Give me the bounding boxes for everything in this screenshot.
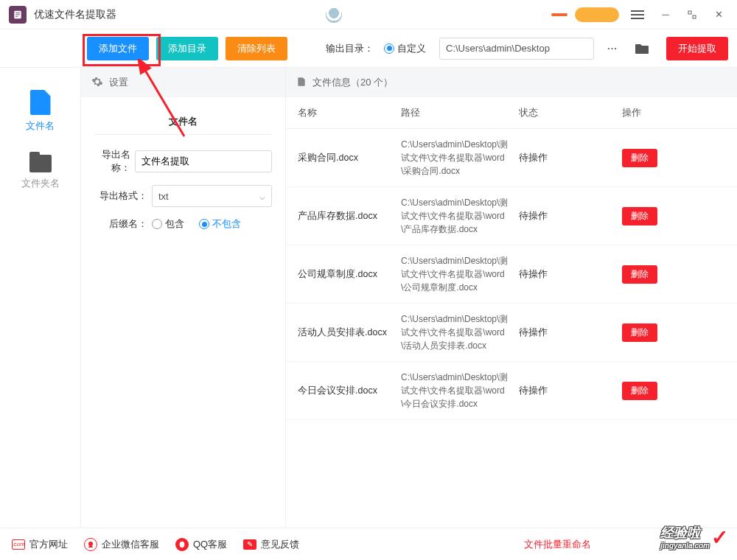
cell-name: 公司规章制度.docx [298, 268, 401, 281]
footer-official-site[interactable]: .com 官方网址 [12, 538, 68, 551]
document-icon [296, 77, 307, 89]
browse-folder-button[interactable] [631, 38, 653, 60]
footer: .com 官方网址 企业微信客服 QQ客服 ✎ 意见反馈 文件批量重命名 [0, 528, 737, 560]
add-file-button[interactable]: 添加文件 [87, 37, 149, 60]
cell-path: C:\Users\admin\Desktop\测试文件\文件名提取器\word\… [401, 254, 519, 294]
footer-label: 意见反馈 [261, 538, 299, 551]
svg-rect-4 [688, 11, 691, 14]
more-button[interactable]: ··· [601, 38, 624, 60]
footer-qq-support[interactable]: QQ客服 [175, 538, 227, 551]
cell-action: 删除 [622, 207, 696, 225]
suffix-exclude-label: 不包含 [212, 217, 241, 231]
table-row: 今日会议安排.docxC:\Users\admin\Desktop\测试文件\文… [286, 362, 737, 420]
sidebar-item-label: 文件名 [26, 119, 55, 133]
gear-icon [91, 76, 103, 90]
accent-bar-icon [551, 13, 567, 16]
export-format-select[interactable]: txt ⌵ [152, 185, 272, 207]
close-button[interactable]: ✕ [709, 5, 728, 24]
svg-rect-3 [15, 15, 18, 16]
add-dir-button[interactable]: 添加目录 [156, 37, 218, 60]
svg-point-8 [180, 541, 185, 547]
suffix-include-radio[interactable]: 包含 [152, 217, 184, 231]
sidebar: 文件名 文件夹名 [0, 68, 81, 528]
table-row: 公司规章制度.docxC:\Users\admin\Desktop\测试文件\文… [286, 245, 737, 304]
sidebar-item-label: 文件夹名 [21, 177, 60, 190]
file-icon [30, 90, 51, 115]
table-body[interactable]: 采购合同.docxC:\Users\admin\Desktop\测试文件\文件名… [286, 129, 737, 528]
toolbar: 添加文件 添加目录 清除列表 输出目录： 自定义 ··· 开始提取 [0, 29, 737, 68]
svg-rect-2 [15, 14, 20, 15]
footer-batch-rename-link[interactable]: 文件批量重命名 [524, 538, 591, 551]
output-dir-radio-custom[interactable]: 自定义 [384, 42, 426, 55]
content-area: 设置 文件名 导出名称： 导出格式： txt ⌵ 后缀名： [81, 68, 737, 528]
output-path-input[interactable] [439, 38, 594, 60]
folder-icon [29, 155, 52, 172]
cell-status: 待操作 [519, 152, 622, 164]
sidebar-item-foldername[interactable]: 文件夹名 [0, 146, 80, 203]
cell-action: 删除 [622, 149, 696, 167]
export-name-input[interactable] [135, 150, 272, 172]
app-title: 优速文件名提取器 [34, 8, 116, 21]
svg-rect-1 [15, 13, 20, 13]
radio-custom-label: 自定义 [397, 42, 426, 55]
table-row: 采购合同.docxC:\Users\admin\Desktop\测试文件\文件名… [286, 129, 737, 187]
cell-status: 待操作 [519, 326, 622, 339]
cell-path: C:\Users\admin\Desktop\测试文件\文件名提取器\word\… [401, 371, 519, 410]
table-header: 名称 路径 状态 操作 [286, 97, 737, 129]
delete-button[interactable]: 删除 [622, 207, 657, 225]
settings-panel: 设置 文件名 导出名称： 导出格式： txt ⌵ 后缀名： [81, 68, 286, 528]
accent-pill-icon [575, 7, 619, 22]
start-extract-button[interactable]: 开始提取 [666, 37, 728, 60]
main-area: 文件名 文件夹名 设置 文件名 导出名称： 导出格式： [0, 68, 737, 528]
cell-path: C:\Users\admin\Desktop\测试文件\文件名提取器\word\… [401, 138, 519, 178]
output-dir-label: 输出目录： [326, 42, 374, 55]
wechat-icon [84, 538, 97, 551]
suffix-include-label: 包含 [165, 217, 184, 231]
file-info-header: 文件信息（20 个） [286, 68, 737, 97]
cell-name: 活动人员安排表.docx [298, 326, 401, 339]
title-center [116, 7, 551, 23]
cell-status: 待操作 [519, 210, 622, 223]
menu-icon[interactable] [631, 10, 644, 19]
radio-checked-icon [384, 43, 394, 54]
delete-button[interactable]: 删除 [622, 265, 657, 284]
footer-label: 企业微信客服 [102, 538, 159, 551]
cell-name: 产品库存数据.docx [298, 210, 401, 223]
app-icon [9, 6, 27, 24]
radio-unchecked-icon [152, 219, 162, 229]
suffix-exclude-radio[interactable]: 不包含 [199, 217, 241, 231]
radio-checked-icon [199, 219, 209, 229]
center-logo-icon [326, 7, 342, 23]
svg-point-7 [88, 542, 93, 546]
export-name-label: 导出名称： [94, 148, 130, 175]
cell-name: 采购合同.docx [298, 152, 401, 164]
cell-action: 删除 [622, 323, 696, 342]
export-format-value: txt [158, 191, 169, 202]
settings-header: 设置 [81, 68, 285, 97]
footer-wechat-support[interactable]: 企业微信客服 [84, 538, 159, 551]
qq-icon [175, 538, 189, 551]
sidebar-item-filename[interactable]: 文件名 [0, 81, 80, 146]
table-row: 产品库存数据.docxC:\Users\admin\Desktop\测试文件\文… [286, 187, 737, 245]
feedback-icon: ✎ [243, 539, 256, 550]
chevron-down-icon: ⌵ [259, 191, 265, 202]
settings-title: 设置 [109, 76, 128, 89]
cell-path: C:\Users\admin\Desktop\测试文件\文件名提取器\word\… [401, 312, 519, 352]
cell-status: 待操作 [519, 268, 622, 281]
maximize-button[interactable] [682, 5, 702, 24]
table-row: 活动人员安排表.docxC:\Users\admin\Desktop\测试文件\… [286, 304, 737, 362]
delete-button[interactable]: 删除 [622, 149, 657, 167]
col-header-status: 状态 [519, 106, 622, 119]
section-title: 文件名 [94, 115, 272, 135]
title-bar: 优速文件名提取器 ─ ✕ [0, 0, 737, 29]
delete-button[interactable]: 删除 [622, 323, 657, 342]
delete-button[interactable]: 删除 [622, 382, 657, 400]
clear-list-button[interactable]: 清除列表 [226, 37, 287, 60]
cell-path: C:\Users\admin\Desktop\测试文件\文件名提取器\word\… [401, 196, 519, 236]
col-header-name: 名称 [298, 106, 401, 119]
footer-label: QQ客服 [193, 538, 227, 551]
cell-action: 删除 [622, 265, 696, 284]
cell-status: 待操作 [519, 385, 622, 397]
minimize-button[interactable]: ─ [656, 5, 675, 24]
footer-feedback[interactable]: ✎ 意见反馈 [243, 538, 299, 551]
